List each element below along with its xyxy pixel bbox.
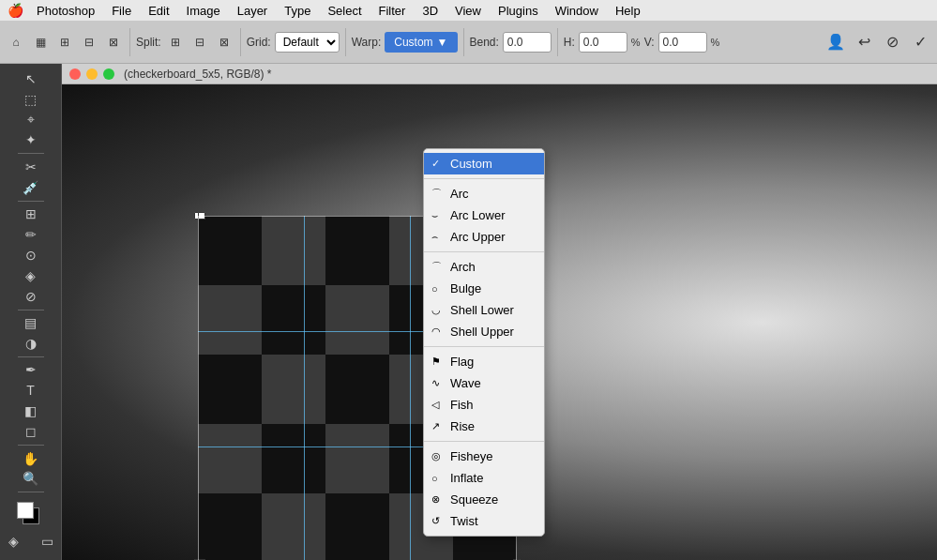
dropdown-item-squeeze[interactable]: ⊗ Squeeze xyxy=(424,489,544,510)
screen-mode-icon[interactable]: ▭ xyxy=(32,528,64,554)
dropdown-item-label: Arc Lower xyxy=(450,208,506,222)
window-titlebar: (checkerboard_5x5, RGB/8) * xyxy=(62,64,937,84)
tool-gradient[interactable]: ▤ xyxy=(15,313,47,332)
dropdown-item-arc-upper[interactable]: ⌢ Arc Upper xyxy=(424,226,544,248)
menu-image[interactable]: Image xyxy=(179,2,228,20)
dropdown-item-label: Fisheye xyxy=(450,449,493,463)
split-icon2[interactable]: ⊟ xyxy=(79,32,99,53)
toolbar: ⌂ ▦ ⊞ ⊟ ⊠ Split: ⊞ ⊟ ⊠ Grid: Default War… xyxy=(0,21,937,64)
bulge-icon: ○ xyxy=(431,283,438,295)
dropdown-item-label: Wave xyxy=(450,376,481,390)
tool-zoom[interactable]: 🔍 xyxy=(15,469,47,488)
h-pct: % xyxy=(631,37,641,48)
dropdown-item-label: Rise xyxy=(450,419,475,433)
menu-type[interactable]: Type xyxy=(277,2,318,20)
puppet-warp-icon[interactable]: 👤 xyxy=(824,31,847,53)
bend-label: Bend: xyxy=(470,36,499,49)
fisheye-icon: ◎ xyxy=(431,450,441,462)
menu-edit[interactable]: Edit xyxy=(141,2,176,20)
color-swatches[interactable] xyxy=(15,500,47,522)
dropdown-item-label: Arc Upper xyxy=(450,230,506,244)
bend-input[interactable] xyxy=(503,32,552,53)
arc-lower-icon: ⌣ xyxy=(431,209,438,221)
dropdown-item-rise[interactable]: ↗ Rise xyxy=(424,416,544,437)
menu-plugins[interactable]: Plugins xyxy=(491,2,546,20)
h-input[interactable] xyxy=(579,32,627,53)
tool-path[interactable]: ◧ xyxy=(15,401,47,420)
menu-select[interactable]: Select xyxy=(320,2,369,20)
tool-dodge[interactable]: ◑ xyxy=(15,334,47,353)
dropdown-item-label: Twist xyxy=(450,514,478,528)
dropdown-item-flag[interactable]: ⚑ Flag xyxy=(424,351,544,372)
dropdown-item-label: Fish xyxy=(450,398,474,412)
tool-eraser[interactable]: ⊘ xyxy=(15,287,47,306)
handle-tm[interactable] xyxy=(198,212,205,219)
dropdown-item-twist[interactable]: ↺ Twist xyxy=(424,510,544,532)
tool-magic-wand[interactable]: ✦ xyxy=(15,130,47,149)
dropdown-item-arc[interactable]: ⌒ Arc xyxy=(424,183,544,204)
tool-sep3 xyxy=(18,310,44,310)
apple-menu[interactable]: 🍎 xyxy=(8,3,23,18)
home-icon[interactable]: ⌂ xyxy=(6,32,26,53)
dropdown-item-fish[interactable]: ◁ Fish xyxy=(424,394,544,416)
dropdown-item-wave[interactable]: ∿ Wave xyxy=(424,372,544,394)
tool-type[interactable]: T xyxy=(15,381,47,400)
arc-icon: ⌒ xyxy=(431,187,442,201)
grid-icon[interactable]: ▦ xyxy=(30,32,51,53)
split-v-icon[interactable]: ⊟ xyxy=(189,32,210,53)
dropdown-item-arch[interactable]: ⌒ Arch xyxy=(424,256,544,278)
split-both-icon[interactable]: ⊠ xyxy=(214,32,234,53)
maximize-button[interactable] xyxy=(103,68,114,80)
dropdown-item-custom[interactable]: ✓ Custom xyxy=(424,153,544,174)
tool-marquee[interactable]: ⬚ xyxy=(15,90,47,109)
toolbar-sep1 xyxy=(129,28,130,56)
tool-healing[interactable]: ⊞ xyxy=(15,204,47,223)
confirm-icon[interactable]: ✓ xyxy=(909,31,931,53)
tool-eyedropper[interactable]: 💉 xyxy=(15,178,47,197)
cell-4-2 xyxy=(325,493,389,560)
cell-2-2 xyxy=(325,355,389,424)
menu-3d[interactable]: 3D xyxy=(415,2,446,20)
dropdown-item-shell-lower[interactable]: ◡ Shell Lower xyxy=(424,299,544,321)
tool-lasso[interactable]: ⌖ xyxy=(15,111,47,129)
tool-history[interactable]: ◈ xyxy=(15,266,47,285)
menu-window[interactable]: Window xyxy=(548,2,606,20)
tool-move[interactable]: ↖ xyxy=(15,69,47,88)
dropdown-item-arc-lower[interactable]: ⌣ Arc Lower xyxy=(424,204,544,226)
split-icon3[interactable]: ⊠ xyxy=(103,32,124,53)
canvas-content[interactable]: ✓ Custom ⌒ Arc ⌣ Arc Lower ⌢ Arc Upper xyxy=(62,84,937,560)
tool-brush[interactable]: ✏ xyxy=(15,225,47,244)
warp-dropdown-button[interactable]: Custom ▼ xyxy=(385,32,457,53)
v-label: V: xyxy=(644,36,655,49)
main-area: ↖ ⬚ ⌖ ✦ ✂ 💉 ⊞ ✏ ⊙ ◈ ⊘ ▤ ◑ ✒ T ◧ ◻ ✋ 🔍 ◈ … xyxy=(0,64,937,560)
cell-0-2 xyxy=(325,216,389,285)
menu-file[interactable]: File xyxy=(104,2,139,20)
close-button[interactable] xyxy=(69,68,81,80)
dropdown-item-fisheye[interactable]: ◎ Fisheye xyxy=(424,446,544,467)
cell-0-1 xyxy=(262,216,325,285)
dropdown-item-shell-upper[interactable]: ◠ Shell Upper xyxy=(424,321,544,342)
split-icon1[interactable]: ⊞ xyxy=(54,32,75,53)
split-h-icon[interactable]: ⊞ xyxy=(165,32,186,53)
tool-crop[interactable]: ✂ xyxy=(15,158,47,176)
dropdown-item-bulge[interactable]: ○ Bulge xyxy=(424,278,544,299)
menu-filter[interactable]: Filter xyxy=(371,2,414,20)
quick-mask-icon[interactable]: ◈ xyxy=(0,528,30,554)
tool-shape[interactable]: ◻ xyxy=(15,422,47,441)
tool-hand[interactable]: ✋ xyxy=(15,449,47,468)
v-input[interactable] xyxy=(658,32,707,53)
tool-sep6 xyxy=(18,492,44,492)
menu-photoshop[interactable]: Photoshop xyxy=(29,2,102,20)
menu-view[interactable]: View xyxy=(447,2,489,20)
grid-select[interactable]: Default xyxy=(275,32,340,53)
undo-icon[interactable]: ↩ xyxy=(853,31,875,53)
minimize-button[interactable] xyxy=(86,68,98,80)
warp-label: Warp: xyxy=(352,36,382,49)
tool-stamp[interactable]: ⊙ xyxy=(15,246,47,265)
menu-help[interactable]: Help xyxy=(608,2,648,20)
foreground-color-swatch[interactable] xyxy=(17,502,34,519)
menu-layer[interactable]: Layer xyxy=(230,2,276,20)
dropdown-item-inflate[interactable]: ○ Inflate xyxy=(424,467,544,489)
no-icon[interactable]: ⊘ xyxy=(881,31,903,53)
tool-pen[interactable]: ✒ xyxy=(15,361,47,380)
